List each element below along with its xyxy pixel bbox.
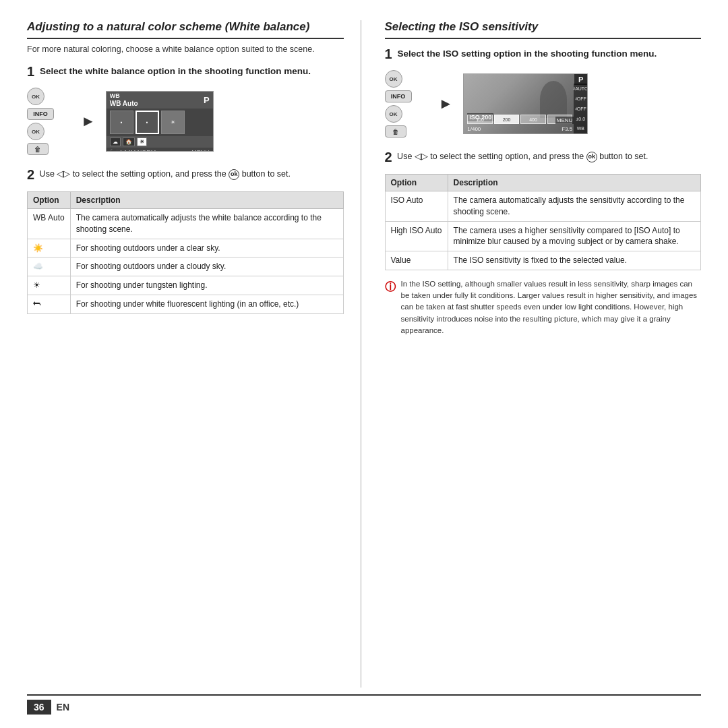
left-option-cell: ☀ (28, 276, 71, 295)
wb-label: WB WB Auto (110, 93, 138, 107)
wb-opt-shade: 🏠 (123, 138, 135, 146)
left-option-cell: WB Auto (28, 209, 71, 239)
iso-shutter: 1/400 (467, 126, 481, 132)
iso-side-5: WB (577, 126, 584, 131)
ctrl-row-3: OK (27, 123, 71, 140)
left-section-title: Adjusting to a natural color scheme (Whi… (27, 20, 344, 39)
wb-mode-p: P (204, 95, 210, 105)
wb-text: WB (110, 93, 138, 100)
step2-number-left: 2 (27, 167, 34, 182)
iso-bottom-bar: 1/400 F3.5 (467, 126, 572, 132)
ok-btn-top[interactable]: OK (27, 88, 44, 105)
iso-bar-100: 100 (467, 115, 493, 124)
wb-screen-content: WB WB Auto P ▪ ▪ ☀ (107, 92, 213, 151)
right-table: Option Description ISO AutoThe camera au… (385, 174, 702, 270)
note-text: In the ISO setting, although smaller val… (401, 278, 702, 336)
wb-opt-cloudy: ☁ (110, 138, 121, 146)
right-description-cell: The ISO sensitivity is fixed to the sele… (448, 251, 700, 270)
wb-options-row: ☁ 🏠 ☀ (107, 136, 213, 148)
left-option-cell: ☁️ (28, 257, 71, 276)
info-button[interactable]: INFO (27, 108, 54, 120)
right-option-cell: Value (385, 251, 448, 270)
step2-number-right: 2 (385, 150, 392, 164)
wb-thumb3: ☀ (161, 111, 185, 134)
left-description-cell: The camera automatically adjusts the whi… (70, 209, 343, 239)
iso-photo: P ♯AUTO ♯OFF ♯OFF ±0.0 WB ISO 200 100 20… (464, 74, 587, 133)
right-camera-controls: OK INFO OK 🗑 (385, 70, 429, 138)
left-option-cell: ⮪ (28, 295, 71, 313)
wb-bottom-bar: ⬛ 4 14M NORM MENU (107, 148, 213, 152)
left-intro: For more natural coloring, choose a whit… (27, 44, 344, 54)
iso-aperture: F3.5 (562, 126, 572, 132)
right-table-col2: Description (448, 175, 700, 191)
wb-header: WB WB Auto P (107, 92, 213, 109)
right-ctrl-row-trash: 🗑 (385, 125, 429, 138)
right-table-col1: Option (385, 175, 448, 191)
right-ctrl-row-3: OK (385, 105, 429, 123)
wb-screen: WB WB Auto P ▪ ▪ ☀ (106, 91, 214, 152)
wb-opt-selected: ☀ (137, 138, 147, 146)
ctrl-row-info: INFO (27, 108, 71, 120)
step1-number: 1 (27, 64, 34, 79)
left-column: Adjusting to a natural color scheme (Whi… (27, 20, 361, 688)
right-step1-number: 1 (385, 47, 392, 61)
left-table-row: ☁️For shooting outdoors under a cloudy s… (28, 257, 344, 276)
ctrl-row-1: OK (27, 88, 71, 105)
right-info-button[interactable]: INFO (385, 90, 412, 102)
content-columns: Adjusting to a natural color scheme (Whi… (27, 20, 701, 688)
left-camera-diagram: OK INFO OK 🗑 ► (27, 88, 344, 155)
iso-screen: P ♯AUTO ♯OFF ♯OFF ±0.0 WB ISO 200 100 20… (463, 73, 588, 134)
ok-circle-left: ok (229, 169, 239, 180)
right-description-cell: The camera uses a higher sensitivity com… (448, 221, 700, 251)
left-description-cell: For shooting under white fluorescent lig… (70, 295, 343, 313)
page-number: 36 (27, 700, 51, 715)
iso-side-2: ♯OFF (575, 96, 586, 102)
right-table-row: ISO AutoThe camera automatically adjusts… (385, 191, 701, 222)
trash-button[interactable]: 🗑 (27, 143, 49, 155)
ok-circle-right: ok (586, 152, 597, 162)
iso-sidebar: ♯AUTO ♯OFF ♯OFF ±0.0 WB (574, 84, 587, 133)
left-description-cell: For shooting outdoors under a clear sky. (70, 239, 343, 257)
right-ctrl-row-1: OK (385, 70, 429, 88)
right-camera-diagram: OK INFO OK 🗑 ► (385, 70, 702, 138)
right-description-cell: The camera automatically adjusts the sen… (448, 191, 700, 222)
left-table-col1: Option (28, 192, 71, 209)
left-table-row: ☀️For shooting outdoors under a clear sk… (28, 239, 344, 257)
ok-btn-mid[interactable]: OK (27, 123, 44, 140)
left-description-cell: For shooting under tungsten lighting. (70, 276, 343, 295)
left-table: Option Description WB AutoThe camera aut… (27, 191, 344, 314)
left-option-cell: ☀️ (28, 239, 71, 257)
right-trash-button[interactable]: 🗑 (385, 125, 406, 138)
footer-language: EN (57, 702, 69, 712)
left-step2-text: 2 Use ◁▷ to select the setting option, a… (27, 164, 344, 185)
right-ok-btn-mid[interactable]: OK (385, 105, 402, 123)
iso-bar-400: 400 (520, 115, 546, 124)
page-footer: 36 EN (27, 694, 701, 715)
right-column: Selecting the ISO sensitivity 1 Select t… (382, 20, 702, 688)
ctrl-row-trash: 🗑 (27, 143, 71, 155)
right-option-cell: ISO Auto (385, 191, 448, 222)
wb-auto-text: WB Auto (110, 100, 138, 107)
wb-photo-area: ▪ ▪ ☀ (107, 109, 213, 136)
left-camera-controls: OK INFO OK 🗑 (27, 88, 71, 155)
wb-thumb2: ▪ (135, 111, 159, 134)
page: Adjusting to a natural color scheme (Whi… (0, 0, 728, 728)
wb-bottom-menu: MENU (191, 149, 210, 152)
wb-thumb1: ▪ (110, 111, 133, 134)
arrow-to-screen-right: ► (439, 95, 454, 113)
iso-menu-label: MENU (555, 117, 574, 124)
right-table-row: High ISO AutoThe camera uses a higher se… (385, 221, 701, 251)
right-step2-text: 2 Use ◁▷ to select the setting option, a… (385, 147, 702, 167)
iso-bar-200: 200 (494, 115, 520, 124)
left-table-row: ☀For shooting under tungsten lighting. (28, 276, 344, 295)
iso-side-4: ±0.0 (576, 117, 585, 121)
iso-side-1: ♯AUTO (573, 86, 588, 92)
right-table-row: ValueThe ISO sensitivity is fixed to the… (385, 251, 701, 270)
arrow-to-screen-left: ► (81, 113, 96, 130)
iso-note: ⓘ In the ISO setting, although smaller v… (385, 278, 702, 336)
right-ok-btn-top[interactable]: OK (385, 70, 402, 88)
right-option-cell: High ISO Auto (385, 221, 448, 251)
wb-bottom-info: ⬛ 4 14M NORM (110, 149, 156, 152)
iso-side-3: ♯OFF (575, 107, 586, 112)
note-icon: ⓘ (385, 279, 396, 336)
